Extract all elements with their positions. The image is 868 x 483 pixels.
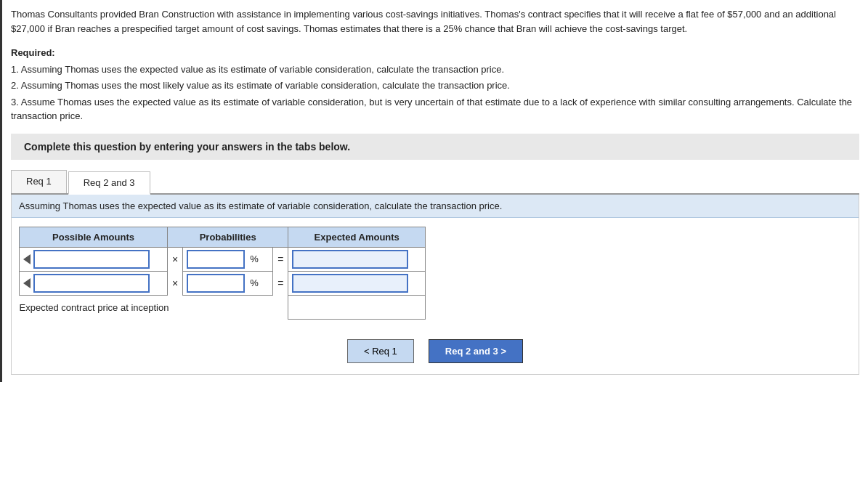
expected-amount-cell-1	[288, 247, 426, 271]
table-row: × % =	[20, 271, 426, 295]
expected-amount-cell-2	[288, 271, 426, 295]
equals-operator-1: =	[273, 247, 288, 271]
contract-label: Expected contract price at inception	[20, 295, 288, 319]
table-section: Possible Amounts Probabilities Expected …	[12, 218, 859, 328]
equals-operator-2: =	[273, 271, 288, 295]
nav-buttons: < Req 1 Req 2 and 3 >	[12, 328, 859, 374]
pct-label-2: %	[248, 277, 261, 288]
probability-input-2[interactable]	[187, 274, 245, 293]
complete-banner: Complete this question by entering your …	[11, 134, 859, 160]
req3-text: 3. Assume Thomas uses the expected value…	[11, 95, 859, 123]
instruction-bar: Assuming Thomas uses the expected value …	[12, 195, 859, 218]
possible-amount-cell-2	[20, 271, 168, 295]
tab-req1[interactable]: Req 1	[11, 170, 67, 193]
required-section: Required: 1. Assuming Thomas uses the ex…	[11, 46, 859, 123]
col-header-expected: Expected Amounts	[288, 227, 426, 247]
contract-amount-input[interactable]	[292, 298, 408, 317]
tabs-row: Req 1 Req 2 and 3	[11, 170, 859, 195]
contract-row: Expected contract price at inception	[20, 295, 426, 319]
expected-amount-input-2[interactable]	[292, 274, 408, 293]
probability-cell-1: %	[183, 247, 273, 271]
triangle-icon-2	[23, 278, 31, 288]
multiply-operator-2: ×	[167, 271, 182, 295]
required-label: Required:	[11, 47, 55, 58]
pct-label-1: %	[248, 253, 261, 264]
prev-button[interactable]: < Req 1	[347, 339, 414, 363]
table-row: × % =	[20, 247, 426, 271]
triangle-icon-1	[23, 254, 31, 264]
req2-text: 2. Assuming Thomas uses the most likely …	[11, 78, 859, 93]
col-header-probabilities: Probabilities	[167, 227, 288, 247]
req1-text: 1. Assuming Thomas uses the expected val…	[11, 62, 859, 77]
contract-amount-cell	[288, 295, 426, 319]
next-button[interactable]: Req 2 and 3 >	[429, 339, 523, 363]
possible-amount-input-2[interactable]	[33, 274, 150, 293]
multiply-operator-1: ×	[167, 247, 182, 271]
tab-req2and3[interactable]: Req 2 and 3	[68, 171, 150, 195]
col-header-possible: Possible Amounts	[20, 227, 168, 247]
amounts-table: Possible Amounts Probabilities Expected …	[19, 227, 426, 320]
possible-amount-input-1[interactable]	[33, 250, 150, 269]
tab-content: Assuming Thomas uses the expected value …	[11, 195, 859, 375]
probability-input-1[interactable]	[187, 250, 245, 269]
expected-amount-input-1[interactable]	[292, 250, 408, 269]
possible-amount-cell-1	[20, 247, 168, 271]
probability-cell-2: %	[183, 271, 273, 295]
intro-text-1: Thomas Consultants provided Bran Constru…	[11, 7, 859, 36]
intro-paragraph: Thomas Consultants provided Bran Constru…	[11, 7, 859, 36]
